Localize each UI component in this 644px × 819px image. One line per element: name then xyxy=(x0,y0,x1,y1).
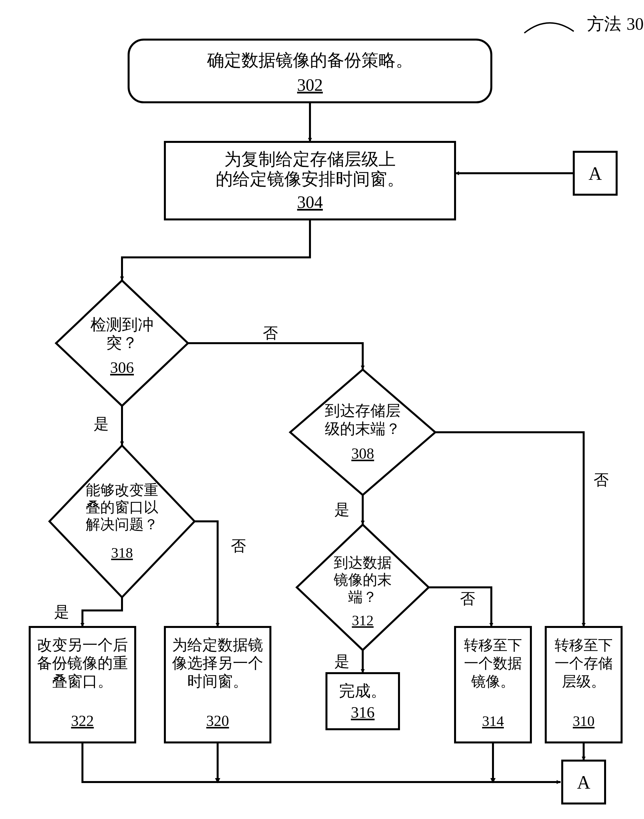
node-302: 确定数据镜像的备份策略。 302 xyxy=(129,40,491,102)
node-316: 完成。 316 xyxy=(327,673,399,729)
edge-308-no-label: 否 xyxy=(593,472,609,489)
edge-308-310 xyxy=(435,432,584,627)
edge-306-308 xyxy=(188,343,363,370)
connector-a-top-label: A xyxy=(589,163,602,184)
node-308: 到达存储层 级的末端？ 308 xyxy=(290,370,435,495)
node-310-ref: 310 xyxy=(573,713,595,729)
node-322: 改变另一个后 备份镜像的重 叠窗口。 322 xyxy=(30,627,135,742)
node-320-line2: 像选择另一个 xyxy=(172,655,263,671)
edge-318-322 xyxy=(83,597,122,627)
connector-a-bottom-label: A xyxy=(577,772,590,793)
node-320: 为给定数据镜 像选择另一个 时间窗。 320 xyxy=(165,627,270,742)
node-314: 转移至下 一个数据 镜像。 314 xyxy=(455,627,531,742)
edge-304-306 xyxy=(122,220,310,280)
node-314-line2: 一个数据 xyxy=(464,655,522,671)
node-322-ref: 322 xyxy=(71,712,94,729)
node-318-line1: 能够改变重 xyxy=(86,482,158,498)
node-304-line2: 的给定镜像安排时间窗。 xyxy=(216,170,404,188)
node-310-line3: 层级。 xyxy=(562,673,606,690)
node-304: 为复制给定存储层级上 的给定镜像安排时间窗。 304 xyxy=(165,142,455,220)
flowchart-diagram: 方法 300 确定数据镜像的备份策略。 302 为复制给定存储层级上 的给定镜像… xyxy=(0,0,644,819)
node-308-ref: 308 xyxy=(351,445,374,462)
title-number: 300 xyxy=(627,14,644,33)
node-314-line1: 转移至下 xyxy=(464,637,522,653)
node-306-ref: 306 xyxy=(110,359,134,376)
node-312-line2: 镜像的末 xyxy=(333,572,392,588)
node-306-line2: 突？ xyxy=(106,334,138,352)
node-320-line3: 时间窗。 xyxy=(187,673,248,690)
node-312-line1: 到达数据 xyxy=(334,555,392,571)
node-314-line3: 镜像。 xyxy=(471,673,515,690)
node-318: 能够改变重 叠的窗口以 解决问题？ 318 xyxy=(49,446,195,597)
node-316-text: 完成。 xyxy=(339,682,386,699)
node-310-line1: 转移至下 xyxy=(555,637,613,653)
node-316-ref: 316 xyxy=(351,704,374,721)
node-306-line1: 检测到冲 xyxy=(90,316,154,333)
title-label: 方法 xyxy=(587,14,621,33)
node-310-line2: 一个存储 xyxy=(555,655,613,671)
node-322-line3: 叠窗口。 xyxy=(52,673,113,690)
edge-306-yes-label: 是 xyxy=(94,415,109,432)
node-304-ref: 304 xyxy=(297,193,323,212)
node-312: 到达数据 镜像的末 端？ 312 xyxy=(297,525,429,650)
connector-a-bottom: A xyxy=(562,761,605,804)
edge-312-no-label: 否 xyxy=(460,590,475,607)
diagram-title: 方法 300 xyxy=(524,14,644,33)
node-318-line3: 解决问题？ xyxy=(86,516,158,533)
node-318-line2: 叠的窗口以 xyxy=(86,499,158,515)
node-322-line2: 备份镜像的重 xyxy=(37,655,128,671)
edge-312-yes-label: 是 xyxy=(334,653,350,670)
node-320-line1: 为给定数据镜 xyxy=(172,636,263,653)
edge-308-yes-label: 是 xyxy=(334,501,350,518)
node-310: 转移至下 一个存储 层级。 310 xyxy=(546,627,622,742)
node-306: 检测到冲 突？ 306 xyxy=(56,280,188,406)
node-312-ref: 312 xyxy=(352,612,374,628)
edge-318-no-label: 否 xyxy=(231,538,246,554)
node-314-ref: 314 xyxy=(482,713,504,729)
edge-306-no-label: 否 xyxy=(263,325,278,341)
connector-a-top: A xyxy=(574,152,616,195)
node-302-ref: 302 xyxy=(297,75,323,94)
node-308-line2: 级的末端？ xyxy=(325,420,401,437)
node-322-line1: 改变另一个后 xyxy=(37,636,128,653)
edge-318-320 xyxy=(195,521,218,627)
node-308-line1: 到达存储层 xyxy=(325,402,401,419)
edge-318-yes-label: 是 xyxy=(54,604,69,620)
node-320-ref: 320 xyxy=(206,712,229,729)
edge-322-a xyxy=(83,742,561,782)
node-318-ref: 318 xyxy=(111,545,133,561)
node-304-line1: 为复制给定存储层级上 xyxy=(224,150,396,169)
node-302-text: 确定数据镜像的备份策略。 xyxy=(207,51,413,70)
node-312-line3: 端？ xyxy=(348,589,377,605)
